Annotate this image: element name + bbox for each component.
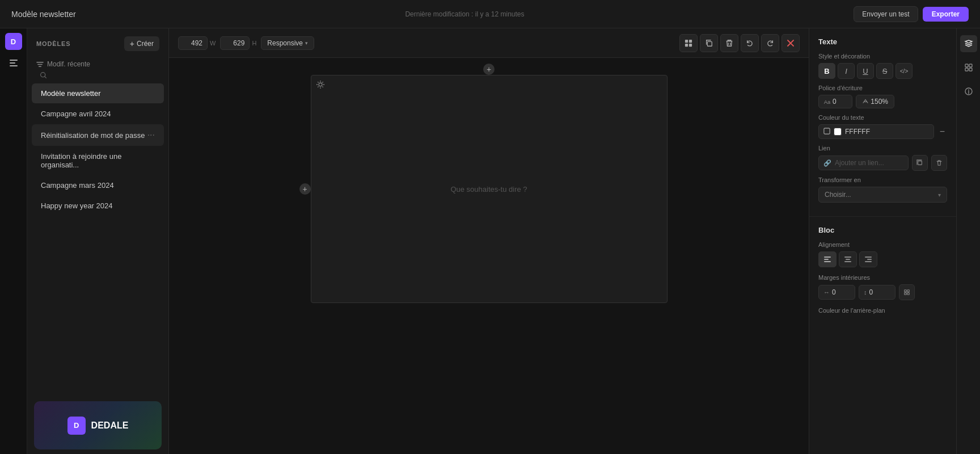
svg-rect-21 (865, 261, 872, 262)
layers-icon-button[interactable] (960, 35, 977, 52)
color-swatch (834, 128, 842, 136)
chevron-down-icon: ▾ (938, 192, 941, 198)
undo-button[interactable] (741, 34, 759, 52)
blocks-icon-button[interactable] (960, 59, 977, 76)
editor-actions: Envoyer un test Exporter (854, 6, 969, 22)
transform-select[interactable]: Choisir... ▾ (818, 187, 947, 203)
sidebar-header: MODÈLES + Créer (27, 28, 168, 57)
toolbar-icons (679, 34, 800, 52)
width-group: W (178, 36, 216, 50)
templates-list: Modèle newsletter Campagne avril 2024 Ré… (27, 81, 168, 394)
color-row: FFFFFF − (818, 124, 947, 139)
transform-row: Choisir... ▾ (818, 187, 947, 203)
underline-button[interactable]: U (857, 63, 874, 79)
bloc-section-title: Bloc (818, 226, 947, 234)
code-button[interactable]: </> (895, 63, 913, 79)
svg-rect-0 (10, 60, 18, 61)
link-icon: 🔗 (823, 159, 831, 167)
sidebar-item-campagne-mars[interactable]: Campagne mars 2024 (32, 175, 164, 195)
svg-rect-7 (689, 43, 692, 46)
svg-rect-14 (824, 259, 829, 260)
item-dots[interactable]: ··· (147, 130, 155, 140)
height-group: H (220, 36, 256, 50)
workspace-avatar[interactable]: D (5, 33, 22, 50)
bold-button[interactable]: B (818, 63, 835, 79)
svg-rect-12 (918, 161, 922, 165)
sidebar: MODÈLES + Créer Modif. récente (27, 28, 169, 454)
horizontal-margin-input[interactable]: ↔ 0 (818, 285, 855, 300)
sort-icon (36, 61, 44, 68)
color-picker-icon (823, 128, 830, 136)
bg-color-label: Couleur de l'arrière-plan (818, 307, 947, 314)
width-input[interactable] (178, 36, 208, 50)
link-input[interactable]: 🔗 Ajouter un lien... (818, 155, 909, 170)
svg-rect-17 (846, 259, 850, 260)
create-button[interactable]: + Créer (124, 36, 159, 51)
last-modified: Dernière modification : il y a 12 minute… (405, 10, 524, 18)
add-block-left-button[interactable]: + (299, 183, 311, 195)
align-center-button[interactable] (839, 251, 857, 267)
canvas-area[interactable]: + + Que souhaites-tu dire ? (169, 58, 809, 454)
editor-header: Modèle newsletter Dernière modification … (0, 0, 980, 28)
view-mode-button[interactable] (679, 34, 698, 52)
height-input[interactable] (220, 36, 250, 50)
redo-button[interactable] (761, 34, 779, 52)
sidebar-toggle-icon[interactable] (5, 54, 22, 72)
close-button[interactable] (782, 34, 800, 52)
svg-rect-1 (10, 62, 15, 64)
scale-icon (862, 98, 869, 105)
editor-toolbar: W H Responsive ▾ (169, 28, 809, 58)
center-area: W H Responsive ▾ (169, 28, 809, 454)
svg-rect-15 (824, 261, 831, 262)
sidebar-item-modele-newsletter[interactable]: Modèle newsletter (32, 83, 164, 103)
vertical-margin-input[interactable]: ↕ 0 (859, 285, 895, 300)
sidebar-item-campagne-avril[interactable]: Campagne avril 2024 (32, 104, 164, 124)
svg-rect-25 (907, 293, 909, 295)
alignment-label: Alignement (818, 241, 947, 248)
email-canvas[interactable]: Que souhaites-tu dire ? (311, 75, 668, 303)
right-panel: Texte Style et décoration B I U S </> Po… (809, 28, 956, 454)
svg-rect-27 (969, 64, 972, 67)
info-icon-button[interactable] (960, 83, 977, 100)
svg-rect-29 (969, 68, 972, 71)
delete-link-button[interactable] (931, 155, 947, 171)
align-left-button[interactable] (818, 251, 837, 267)
svg-rect-18 (844, 261, 851, 262)
export-button[interactable]: Exporter (923, 7, 969, 22)
v-margin-icon: ↕ (864, 289, 867, 296)
strikethrough-button[interactable]: S (876, 63, 893, 79)
sidebar-item-invitation[interactable]: Invitation à rejoindre une organisati... (32, 146, 164, 175)
copy-button[interactable] (700, 34, 718, 52)
canvas-settings-icon[interactable] (316, 80, 325, 91)
delete-button[interactable] (720, 34, 738, 52)
svg-rect-24 (905, 293, 906, 295)
send-test-button[interactable]: Envoyer un test (854, 6, 918, 22)
svg-rect-23 (907, 290, 909, 292)
link-row: 🔗 Ajouter un lien... (818, 155, 947, 171)
height-label: H (252, 40, 256, 47)
font-scale-input[interactable]: 150% (856, 95, 894, 108)
svg-rect-8 (707, 41, 712, 46)
plus-icon: + (130, 39, 134, 48)
svg-rect-26 (965, 64, 968, 67)
responsive-button[interactable]: Responsive ▾ (261, 36, 314, 50)
canvas-placeholder[interactable]: Que souhaites-tu dire ? (311, 75, 667, 302)
sidebar-item-reinitialisation[interactable]: Réinitialisation de mot de passe ··· (32, 124, 164, 146)
svg-rect-11 (824, 128, 830, 134)
sort-row[interactable]: Modif. récente (27, 57, 168, 72)
style-buttons-row: B I U S </> (818, 63, 947, 79)
bloc-section: Bloc Alignement (809, 217, 956, 326)
remove-color-button[interactable]: − (937, 127, 947, 137)
alignment-row (818, 251, 947, 267)
font-label: Police d'écriture (818, 85, 947, 91)
link-margins-button[interactable] (899, 284, 915, 300)
svg-rect-19 (865, 257, 872, 258)
italic-button[interactable]: I (838, 63, 855, 79)
add-block-top-button[interactable]: + (483, 64, 495, 75)
font-size-input[interactable]: Aa 0 (818, 95, 852, 108)
color-input[interactable]: FFFFFF (818, 124, 934, 139)
sidebar-item-happy-new-year[interactable]: Happy new year 2024 (32, 196, 164, 216)
copy-link-button[interactable] (912, 155, 928, 171)
svg-rect-2 (10, 65, 18, 66)
align-right-button[interactable] (859, 251, 877, 267)
